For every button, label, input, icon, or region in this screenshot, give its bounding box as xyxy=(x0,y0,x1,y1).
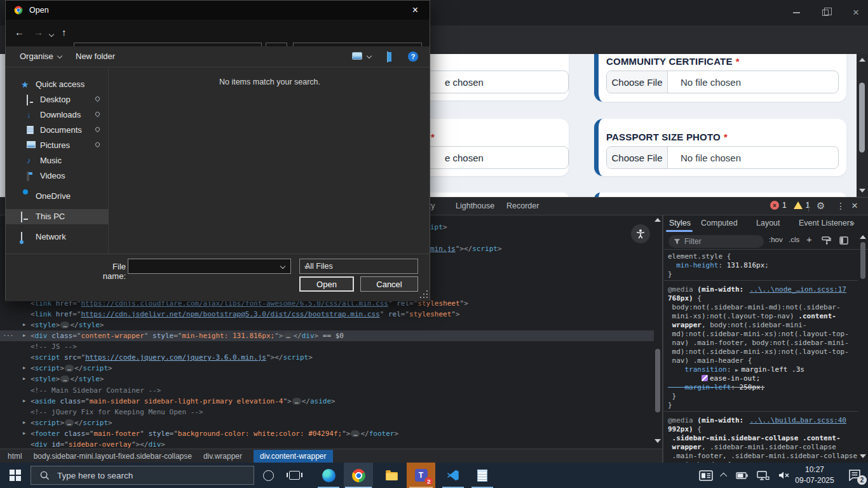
stylesheet-source-link[interactable]: ..\..\node_…ion.scss:17 xyxy=(750,285,846,294)
file-input[interactable]: Choose File No file chosen xyxy=(606,146,839,169)
help-button[interactable]: ? xyxy=(408,51,418,62)
css-rule-line[interactable]: nav) .main-footer, body:not(.sidebar-min… xyxy=(664,339,858,348)
toggle-hover-state[interactable]: :hov xyxy=(769,236,783,243)
window-restore-button[interactable] xyxy=(816,5,835,20)
up-icon[interactable]: ↑ xyxy=(62,27,67,37)
devtools-dom-node[interactable]: ▶<style>…</style> xyxy=(0,374,654,384)
css-rule-line[interactable]: 768px) { xyxy=(664,294,858,303)
css-rule-line[interactable]: body:not(.sidebar-mini-md):not(.sidebar- xyxy=(664,303,858,312)
tab-layout[interactable]: Layout xyxy=(756,219,780,227)
file-name-input[interactable] xyxy=(128,259,291,274)
stylesheet-source-link[interactable]: ..\..\build…bar.scss:40 xyxy=(750,416,846,425)
widgets-icon[interactable] xyxy=(699,470,713,481)
sidebar-item-music[interactable]: ♪ Music xyxy=(6,153,109,168)
choose-file-button[interactable]: Choose File xyxy=(607,147,668,168)
devtools-dom-node[interactable]: ▶<script>…</script> xyxy=(0,417,654,428)
tab-lighthouse[interactable]: Lighthouse xyxy=(456,201,494,210)
tab-styles[interactable]: Styles xyxy=(669,219,691,227)
window-close-button[interactable]: × xyxy=(846,5,865,20)
taskbar-search-input[interactable]: Type here to search xyxy=(31,466,254,485)
cancel-button[interactable]: Cancel xyxy=(360,276,418,292)
scrollbar-thumb[interactable] xyxy=(655,349,660,412)
expand-chevron-icon[interactable]: ▶ xyxy=(23,363,25,374)
action-center-button[interactable]: 2 xyxy=(841,463,868,488)
breadcrumb-html[interactable]: html xyxy=(8,452,22,461)
devtools-dom-node[interactable]: <div id="sidebar-overlay"></div> xyxy=(0,439,654,449)
settings-gear-icon[interactable]: ⚙ xyxy=(817,200,825,212)
scroll-up-icon[interactable] xyxy=(654,218,661,222)
tab-computed[interactable]: Computed xyxy=(701,219,738,227)
notepad-button[interactable] xyxy=(469,463,496,488)
expand-chevron-icon[interactable]: ▶ xyxy=(23,320,25,330)
scroll-down-icon[interactable] xyxy=(859,189,865,193)
devtools-dom-node[interactable]: ▶<footer class="main-footer" style="back… xyxy=(0,428,654,439)
inspect-accessibility-icon[interactable] xyxy=(631,224,650,243)
organise-button[interactable]: Organise xyxy=(20,51,62,61)
recent-locations-chevron[interactable] xyxy=(49,32,54,37)
css-rule-line[interactable]: .main-footer, .sidebar-mini.sidebar-coll… xyxy=(664,452,858,461)
css-rule-line[interactable]: wrapper, body:not(.sidebar-mini- xyxy=(664,321,858,330)
expand-chevron-icon[interactable]: ▶ xyxy=(23,374,25,384)
css-rule-line[interactable]: md):not(.sidebar-mini-xs):not(.layout-to… xyxy=(664,348,858,356)
css-rule-line[interactable]: } xyxy=(664,270,858,279)
devtools-dom-node[interactable]: ipt> xyxy=(430,222,654,233)
computed-panel-toggle-icon[interactable] xyxy=(839,236,848,245)
volume-muted-icon[interactable] xyxy=(778,471,790,480)
scroll-up-icon[interactable] xyxy=(860,235,866,239)
sidebar-item-videos[interactable]: Videos xyxy=(6,168,109,184)
forward-icon[interactable]: → xyxy=(34,27,43,37)
resize-grip-icon[interactable] xyxy=(419,289,428,298)
scroll-down-icon[interactable] xyxy=(860,454,866,458)
styles-filter-input[interactable]: Filter xyxy=(668,235,764,248)
css-rule-line[interactable]: @media (min-width:..\..\node_…ion.scss:1… xyxy=(664,285,858,294)
dialog-close-icon[interactable]: × xyxy=(401,1,430,20)
tab-event-listeners[interactable]: Event Listeners xyxy=(799,219,853,227)
css-rule-line[interactable]: wrapper, .sidebar-mini.sidebar-collapse xyxy=(664,443,858,452)
new-folder-button[interactable]: New folder xyxy=(76,51,115,61)
vscode-button[interactable] xyxy=(440,463,466,488)
sidebar-item-pictures[interactable]: Pictures xyxy=(6,138,109,153)
console-badges[interactable]: × 1 1 xyxy=(770,201,810,210)
task-view-button[interactable] xyxy=(282,463,306,488)
devtools-dom-node[interactable]: <link href="https://cdn.jsdelivr.net/npm… xyxy=(0,309,654,320)
css-rule-line[interactable]: mini-xs):not(.layout-top-nav) .content- xyxy=(664,312,858,321)
expand-chevron-icon[interactable]: ▶ xyxy=(23,417,25,428)
devtools-menu-icon[interactable]: ⋮ xyxy=(836,201,845,211)
toggle-class[interactable]: .cls xyxy=(789,236,799,243)
breadcrumb-body[interactable]: body.sidebar-mini.layout-fixed.sidebar-c… xyxy=(34,452,192,461)
scroll-up-icon[interactable] xyxy=(859,58,865,62)
taskbar-clock[interactable]: 10:27 09-07-2025 xyxy=(792,464,837,486)
file-explorer-button[interactable] xyxy=(377,463,405,488)
css-rule-line[interactable]: } xyxy=(664,401,858,410)
view-options-button[interactable] xyxy=(352,52,371,60)
new-style-rule-icon[interactable]: + xyxy=(806,234,812,245)
styles-scrollbar[interactable] xyxy=(859,233,867,463)
sidebar-item-network[interactable]: Network xyxy=(6,229,109,245)
devtools-dom-node[interactable]: ···▶<div class="content-wrapper" style="… xyxy=(0,330,654,341)
breadcrumb-content-wrapper[interactable]: div.content-wrapper xyxy=(254,450,333,463)
css-rule-line[interactable]: min-height: 131.816px; xyxy=(664,261,858,270)
expand-chevron-icon[interactable]: ▶ xyxy=(23,428,25,439)
devtools-close-icon[interactable]: × xyxy=(851,200,858,212)
css-rule-line[interactable]: @media (min-width:..\..\build…bar.scss:4… xyxy=(664,416,858,425)
choose-file-button[interactable]: Choose File xyxy=(607,71,668,93)
sidebar-item-onedrive[interactable]: OneDrive xyxy=(6,189,109,204)
back-icon[interactable]: ← xyxy=(15,27,24,37)
css-rule-line[interactable]: 992px) { xyxy=(664,425,858,434)
chrome-button[interactable] xyxy=(344,463,373,488)
sidebar-item-documents[interactable]: Documents xyxy=(6,123,109,138)
file-name-chevron[interactable] xyxy=(280,264,285,269)
expand-chevron-icon[interactable]: ▶ xyxy=(23,396,25,407)
sidebar-item-quick-access[interactable]: ★ Quick access xyxy=(6,77,109,92)
network-icon[interactable] xyxy=(757,471,770,480)
file-type-select[interactable]: All Files xyxy=(299,259,418,274)
window-minimize-button[interactable] xyxy=(787,5,806,20)
scrollbar-thumb[interactable] xyxy=(860,242,865,279)
css-rule-line[interactable]: md):not(.sidebar-mini-xs):not(.layout-to… xyxy=(664,330,858,339)
dialog-titlebar[interactable]: Open × xyxy=(6,1,430,20)
devtools-dom-node[interactable]: ▶<script>…</script> xyxy=(0,363,654,374)
cortana-button[interactable] xyxy=(257,463,280,488)
css-rule-line[interactable]: element.style { xyxy=(664,252,858,261)
css-rule-line[interactable]: margin-left: 250px; xyxy=(664,383,858,392)
rendering-emulation-icon[interactable] xyxy=(822,236,831,245)
